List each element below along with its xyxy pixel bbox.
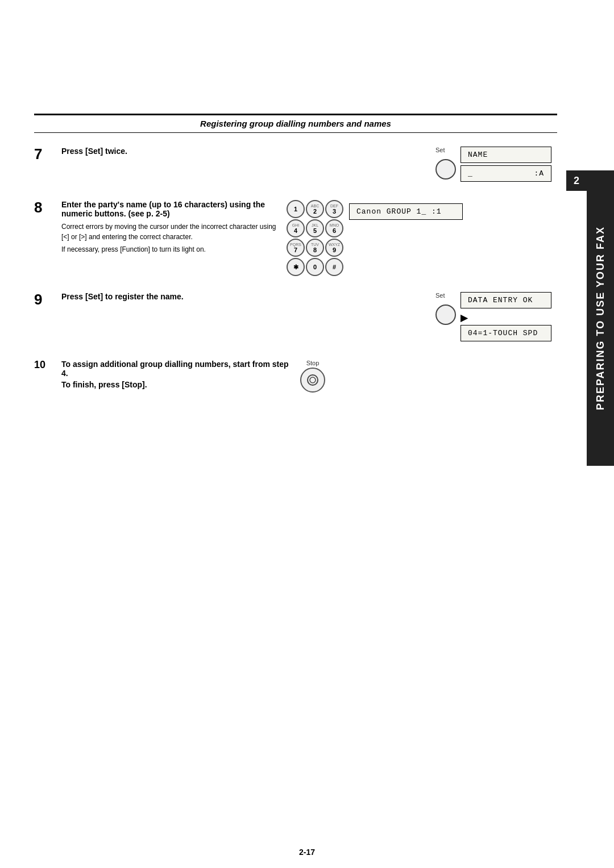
numpad: 1 ABC 2 DEF 3 GHI 4 bbox=[287, 200, 343, 276]
page-number: 2-17 bbox=[299, 848, 315, 857]
numpad-btn-7[interactable]: PQRS 7 bbox=[287, 239, 305, 257]
numpad-row-4: ✱ 0 # bbox=[287, 258, 343, 276]
step-8-body2: If necessary, press [Function] to turn i… bbox=[61, 244, 277, 254]
step-10-right: Stop bbox=[300, 360, 325, 393]
numpad-btn-hash[interactable]: # bbox=[325, 258, 343, 276]
section-header: Registering group dialling numbers and n… bbox=[34, 114, 557, 133]
step-10-title: To assign additional group dialling numb… bbox=[61, 360, 289, 378]
main-content: Registering group dialling numbers and n… bbox=[34, 114, 557, 823]
numpad-btn-0[interactable]: 0 bbox=[306, 258, 324, 276]
step-8-body1: Correct errors by moving the cursor unde… bbox=[61, 222, 277, 242]
tape-arrow: ▶ bbox=[460, 312, 467, 323]
step-8-content: Enter the party's name (up to 16 charact… bbox=[61, 200, 277, 254]
step-10-number: 10 bbox=[34, 360, 57, 370]
step-8-title: Enter the party's name (up to 16 charact… bbox=[61, 200, 277, 218]
numpad-btn-star[interactable]: ✱ bbox=[287, 258, 305, 276]
step-8-number: 8 bbox=[34, 200, 57, 215]
numpad-row-2: GHI 4 JKL 5 MNO 6 bbox=[287, 219, 343, 237]
step-8-display-area: Canon GROUP 1_ :1 bbox=[349, 200, 463, 222]
side-tab-text: PREPARING TO USE YOUR FAX bbox=[595, 226, 607, 410]
set-label-9: Set bbox=[435, 292, 445, 299]
svg-point-0 bbox=[308, 375, 318, 385]
step-10-row: 10 To assign additional group dialling n… bbox=[34, 360, 557, 393]
lcd-display-9-1: DATA ENTRY OK bbox=[460, 292, 551, 308]
stop-label: Stop bbox=[306, 360, 320, 366]
numpad-btn-9[interactable]: WXYZ 9 bbox=[325, 239, 343, 257]
step-7-number: 7 bbox=[34, 147, 57, 161]
step-7-display-area: NAME _ :A bbox=[460, 147, 557, 184]
numpad-btn-6[interactable]: MNO 6 bbox=[325, 219, 343, 237]
step-9-row: 9 Press [Set] to register the name. Set … bbox=[34, 292, 557, 344]
step-9-title: Press [Set] to register the name. bbox=[61, 292, 435, 301]
stop-button[interactable] bbox=[300, 368, 325, 393]
step-8-right-area: 1 ABC 2 DEF 3 GHI 4 bbox=[287, 200, 463, 276]
chapter-badge: 2 bbox=[566, 170, 587, 191]
set-button-9[interactable] bbox=[435, 304, 456, 325]
svg-point-1 bbox=[310, 377, 316, 383]
step-9-content: Press [Set] to register the name. bbox=[61, 292, 435, 303]
set-button-7[interactable] bbox=[435, 159, 456, 180]
step-7-row: 7 Press [Set] twice. Set NAME _ :A bbox=[34, 147, 557, 184]
step-7-content: Press [Set] twice. bbox=[61, 147, 435, 158]
numpad-btn-1[interactable]: 1 bbox=[287, 200, 305, 218]
side-tab: PREPARING TO USE YOUR FAX bbox=[587, 170, 614, 466]
set-label-7: Set bbox=[435, 147, 445, 153]
numpad-row-3: PQRS 7 TUV 8 WXYZ 9 bbox=[287, 239, 343, 257]
numpad-btn-5[interactable]: JKL 5 bbox=[306, 219, 324, 237]
lcd-display-7-line1: NAME bbox=[460, 147, 551, 163]
stop-icon bbox=[306, 374, 319, 386]
step-10-subtitle: To finish, press [Stop]. bbox=[61, 380, 289, 389]
step-9-right: Set bbox=[435, 292, 456, 327]
step-7-right: Set bbox=[435, 147, 456, 182]
step-9-display-area: DATA ENTRY OK ▶ 04=1-TOUCH SPD bbox=[460, 292, 557, 344]
step-8-row: 8 Enter the party's name (up to 16 chara… bbox=[34, 200, 557, 276]
step-10-content: To assign additional group dialling numb… bbox=[61, 360, 289, 391]
lcd-display-9-2: 04=1-TOUCH SPD bbox=[460, 325, 551, 341]
section-title: Registering group dialling numbers and n… bbox=[200, 119, 391, 128]
lcd-display-7-line2: _ :A bbox=[460, 165, 551, 182]
numpad-btn-3[interactable]: DEF 3 bbox=[325, 200, 343, 218]
numpad-row-1: 1 ABC 2 DEF 3 bbox=[287, 200, 343, 218]
step-7-title: Press [Set] twice. bbox=[61, 147, 435, 156]
step-9-number: 9 bbox=[34, 292, 57, 307]
numpad-btn-2[interactable]: ABC 2 bbox=[306, 200, 324, 218]
numpad-btn-8[interactable]: TUV 8 bbox=[306, 239, 324, 257]
numpad-btn-4[interactable]: GHI 4 bbox=[287, 219, 305, 237]
lcd-display-8: Canon GROUP 1_ :1 bbox=[349, 203, 463, 220]
